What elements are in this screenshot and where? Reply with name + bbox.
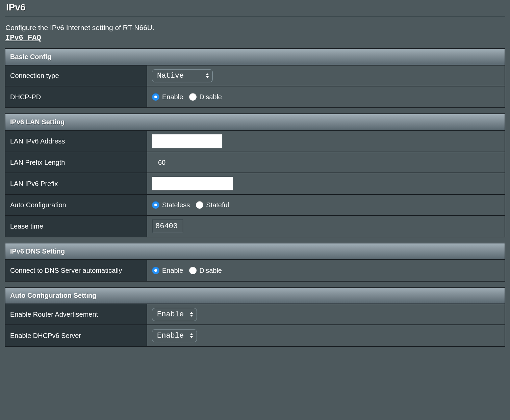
row-lan-ipv6-address: LAN IPv6 Address [5, 131, 505, 152]
updown-arrows-icon [206, 73, 209, 78]
radio-label-auto-dns-disable[interactable]: Disable [199, 267, 222, 274]
section-header-dns: IPv6 DNS Setting [5, 243, 505, 260]
radio-autoconf-stateful[interactable] [196, 201, 203, 209]
radio-label-dhcp-pd-enable[interactable]: Enable [162, 93, 183, 101]
radio-dhcp-pd-enable[interactable] [152, 93, 159, 101]
updown-arrows-icon [190, 312, 193, 317]
select-connection-type[interactable]: Native [152, 69, 213, 82]
row-dhcp-pd: DHCP-PD Enable Disable [5, 86, 505, 107]
row-auto-dns: Connect to DNS Server automatically Enab… [5, 260, 505, 281]
select-router-advertisement-value: Enable [157, 310, 184, 319]
radio-auto-dns-disable[interactable] [189, 267, 197, 274]
radio-label-autoconf-stateful[interactable]: Stateful [206, 201, 229, 209]
row-lan-ipv6-prefix: LAN IPv6 Prefix [5, 173, 505, 195]
section-ipv6-lan: IPv6 LAN Setting LAN IPv6 Address LAN Pr… [5, 113, 505, 237]
input-lease-time[interactable] [152, 219, 183, 233]
row-connection-type: Connection type Native [5, 65, 505, 86]
select-connection-type-value: Native [157, 72, 184, 80]
label-lan-prefix-length: LAN Prefix Length [5, 152, 147, 173]
radio-label-dhcp-pd-disable[interactable]: Disable [199, 93, 222, 101]
label-dhcpv6-server: Enable DHCPv6 Server [5, 325, 147, 346]
row-lease-time: Lease time [5, 216, 505, 237]
section-auto-config: Auto Configuration Setting Enable Router… [5, 287, 505, 347]
radio-dhcp-pd-disable[interactable] [189, 93, 197, 101]
value-lan-prefix-length: 60 [152, 159, 165, 166]
select-dhcpv6-server[interactable]: Enable [152, 329, 197, 342]
radio-autoconf-stateless[interactable] [152, 201, 159, 209]
row-lan-prefix-length: LAN Prefix Length 60 [5, 152, 505, 173]
radio-label-auto-dns-enable[interactable]: Enable [162, 267, 183, 274]
input-lan-ipv6-prefix[interactable] [152, 177, 233, 191]
label-connection-type: Connection type [5, 65, 147, 86]
label-dhcp-pd: DHCP-PD [5, 86, 147, 107]
radio-label-autoconf-stateless[interactable]: Stateless [162, 201, 190, 209]
input-lan-ipv6-address[interactable] [152, 134, 222, 148]
title-divider [5, 16, 505, 17]
ipv6-faq-link[interactable]: IPv6 FAQ [5, 34, 41, 48]
row-router-advertisement: Enable Router Advertisement Enable [5, 304, 505, 325]
select-router-advertisement[interactable]: Enable [152, 308, 197, 321]
page-intro: Configure the IPv6 Internet setting of R… [5, 24, 505, 34]
page-title: IPv6 [5, 0, 505, 16]
section-basic-config: Basic Config Connection type Native DHCP… [5, 48, 505, 108]
label-auto-dns: Connect to DNS Server automatically [5, 260, 147, 281]
section-header-autoconf: Auto Configuration Setting [5, 288, 505, 304]
label-auto-configuration: Auto Configuration [5, 195, 147, 215]
label-router-advertisement: Enable Router Advertisement [5, 304, 147, 324]
label-lan-ipv6-prefix: LAN IPv6 Prefix [5, 173, 147, 194]
updown-arrows-icon [190, 333, 193, 338]
select-dhcpv6-server-value: Enable [157, 332, 184, 340]
radio-auto-dns-enable[interactable] [152, 267, 159, 274]
row-dhcpv6-server: Enable DHCPv6 Server Enable [5, 325, 505, 346]
section-header-lan: IPv6 LAN Setting [5, 114, 505, 131]
section-ipv6-dns: IPv6 DNS Setting Connect to DNS Server a… [5, 243, 505, 282]
section-header-basic: Basic Config [5, 49, 505, 65]
label-lan-ipv6-address: LAN IPv6 Address [5, 131, 147, 152]
label-lease-time: Lease time [5, 216, 147, 237]
row-auto-configuration: Auto Configuration Stateless Stateful [5, 195, 505, 216]
